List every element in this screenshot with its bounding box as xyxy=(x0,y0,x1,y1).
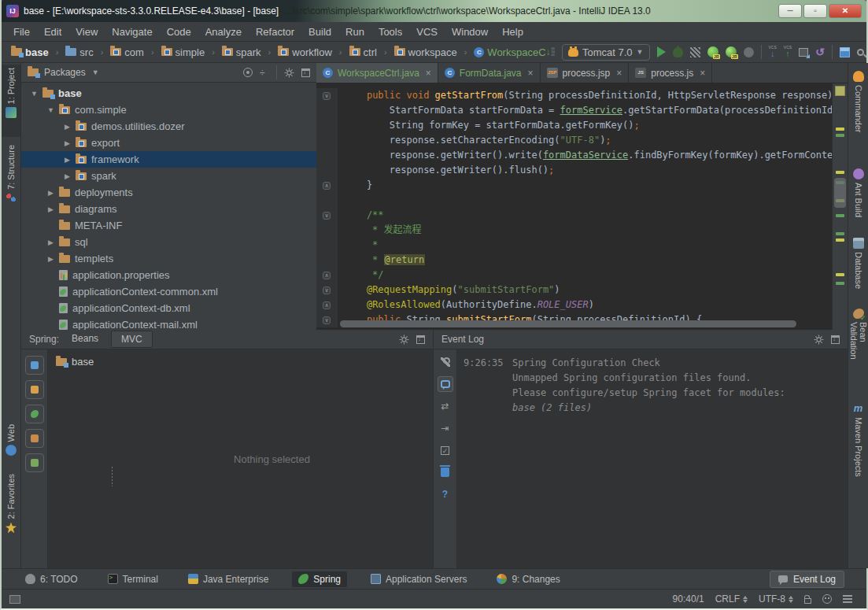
fold-gutter[interactable] xyxy=(316,148,338,163)
tree-chevron-collapsed-icon[interactable]: ▶ xyxy=(62,156,72,164)
tree-row-deployments[interactable]: ▶deployments xyxy=(21,184,316,201)
fold-gutter[interactable]: ∨ xyxy=(316,88,338,103)
fold-collapse-icon[interactable]: ∨ xyxy=(323,212,331,220)
tree-row-base[interactable]: ▼base xyxy=(21,85,316,102)
run-configuration-select[interactable]: Tomcat 7.0 ▼ xyxy=(562,44,650,61)
tree-row-applicationcontext-db-xml[interactable]: applicationContext-db.xml xyxy=(21,300,316,316)
menu-build[interactable]: Build xyxy=(301,24,338,39)
breadcrumb-item-workflow[interactable]: workflow xyxy=(278,46,332,58)
tree-row-spark[interactable]: ▶spark xyxy=(21,168,316,184)
event-log-content[interactable]: 9:26:35Spring Configuration CheckUnmappe… xyxy=(457,349,848,568)
warning-stripe-mark[interactable] xyxy=(836,171,844,174)
breadcrumb-item-spark[interactable]: spark xyxy=(222,46,261,58)
horizontal-scrollbar[interactable] xyxy=(340,320,796,327)
tree-chevron-expanded-icon[interactable]: ▼ xyxy=(46,106,56,114)
encoding-widget[interactable]: UTF-8 xyxy=(759,593,793,604)
fold-gutter[interactable] xyxy=(316,193,338,208)
line-separator-widget[interactable]: CRLF xyxy=(715,593,748,604)
info-stripe-mark[interactable] xyxy=(836,282,844,285)
stripe-button-mavenprojects[interactable]: mMaven Projects xyxy=(848,400,868,483)
tab-close-icon[interactable]: × xyxy=(528,68,534,79)
bottom-button-javaenterprise[interactable]: Java Enterprise xyxy=(182,571,275,587)
hide-panel-icon[interactable] xyxy=(416,335,425,344)
bottom-button-applicationservers[interactable]: Application Servers xyxy=(364,571,473,587)
tab-process-js[interactable]: JSprocess.js× xyxy=(629,63,712,83)
gear-icon[interactable] xyxy=(399,335,409,345)
tab-process-jsp[interactable]: JSPprocess.jsp× xyxy=(541,63,630,83)
fold-gutter[interactable]: ∧ xyxy=(316,298,338,312)
tree-chevron-collapsed-icon[interactable]: ▶ xyxy=(46,205,56,213)
stripe-button-antbuild[interactable]: Ant Build xyxy=(848,165,868,233)
stripe-button-structure[interactable]: 7: Structure xyxy=(2,142,20,214)
hide-panel-icon[interactable] xyxy=(831,335,840,344)
vertical-scrollbar-thumb[interactable] xyxy=(834,178,846,208)
info-stripe-mark[interactable] xyxy=(836,214,844,217)
menu-view[interactable]: View xyxy=(68,24,105,39)
breadcrumb-item-workspacec[interactable]: CWorkspaceC xyxy=(474,46,545,58)
code-area[interactable]: ∨ public void getStartFrom(String proces… xyxy=(316,83,832,330)
menu-code[interactable]: Code xyxy=(160,24,198,39)
bottom-button-todo[interactable]: 6: TODO xyxy=(19,571,84,587)
rollback-button[interactable]: ↺ xyxy=(815,47,825,57)
spring-profile-icon[interactable] xyxy=(25,405,44,423)
tree-row-templets[interactable]: ▶templets xyxy=(21,250,316,267)
fold-gutter[interactable] xyxy=(316,103,338,118)
search-everywhere-icon[interactable] xyxy=(857,49,864,56)
tree-row-framework[interactable]: ▶framework xyxy=(21,151,316,168)
stripe-button-project[interactable]: 1: Project xyxy=(2,65,20,137)
scroll-to-source-icon[interactable] xyxy=(243,68,253,77)
fold-gutter[interactable]: ∨ xyxy=(316,283,338,298)
tab-close-icon[interactable]: × xyxy=(700,68,705,79)
vcs-commit-button[interactable]: VCS↑ xyxy=(784,46,792,58)
tree-row-application-properties[interactable]: application.properties xyxy=(21,267,316,283)
spring-tab-mvc[interactable]: MVC xyxy=(111,331,153,348)
tree-row-meta-inf[interactable]: META-INF xyxy=(21,217,316,234)
breadcrumb-item-base[interactable]: base xyxy=(11,46,49,58)
tab-formdata-java[interactable]: CFormData.java× xyxy=(438,63,541,83)
tree-chevron-expanded-icon[interactable]: ▼ xyxy=(29,90,39,98)
breadcrumb-item-ctrl[interactable]: ctrl xyxy=(349,46,377,58)
tree-row-export[interactable]: ▶export xyxy=(21,135,316,151)
settings-icon[interactable] xyxy=(438,354,453,370)
minimize-button[interactable]: ─ xyxy=(778,4,802,18)
tree-chevron-collapsed-icon[interactable]: ▶ xyxy=(46,255,56,263)
stripe-button-beanvalidation[interactable]: Bean Validation xyxy=(848,305,868,381)
tab-workspacectrl-java[interactable]: CWorkspaceCtrl.java× xyxy=(316,63,438,83)
breadcrumb-item-simple[interactable]: simple xyxy=(161,46,205,58)
menu-edit[interactable]: Edit xyxy=(37,24,68,39)
spring-tab-beans[interactable]: Beans xyxy=(62,331,108,348)
fold-gutter[interactable] xyxy=(316,163,338,178)
fold-gutter[interactable] xyxy=(316,118,338,133)
close-button[interactable]: ✕ xyxy=(829,4,862,18)
maximize-button[interactable]: ▫ xyxy=(803,4,827,18)
stripe-button-web[interactable]: Web xyxy=(2,421,20,467)
scroll-to-end-icon[interactable]: ⇥ xyxy=(438,420,453,436)
documentation-icon[interactable] xyxy=(25,429,44,448)
tree-chevron-collapsed-icon[interactable]: ▶ xyxy=(46,189,56,197)
fold-gutter[interactable] xyxy=(316,133,338,148)
fold-collapse-icon[interactable]: ∨ xyxy=(323,316,331,324)
coverage-button[interactable] xyxy=(690,47,700,57)
beans-graph-icon[interactable] xyxy=(25,356,44,375)
menu-help[interactable]: Help xyxy=(495,24,530,39)
bottom-button-changes[interactable]: 9: Changes xyxy=(490,571,566,587)
fold-end-icon[interactable]: ∧ xyxy=(323,301,331,309)
bottom-button-eventlog[interactable]: Event Log xyxy=(770,571,844,588)
warning-stripe-mark[interactable] xyxy=(836,238,844,242)
tree-row-diagrams[interactable]: ▶diagrams xyxy=(21,201,316,217)
tree-chevron-collapsed-icon[interactable]: ▶ xyxy=(46,238,56,246)
tree-chevron-collapsed-icon[interactable]: ▶ xyxy=(62,172,72,180)
tab-close-icon[interactable]: × xyxy=(426,68,431,79)
menu-navigate[interactable]: Navigate xyxy=(105,24,159,39)
tree-row-applicationcontext-mail-xml[interactable]: applicationContext-mail.xml xyxy=(21,316,316,330)
fold-gutter[interactable]: ∧ xyxy=(316,268,338,283)
tree-row-applicationcontext-common-xml[interactable]: applicationContext-common.xml xyxy=(21,283,316,300)
project-tree[interactable]: ▼base▼com.simple▶demos.utilities.dozer▶e… xyxy=(21,83,316,330)
fold-gutter[interactable] xyxy=(316,238,338,253)
debug-button[interactable] xyxy=(673,47,683,57)
warning-stripe-mark[interactable] xyxy=(836,273,844,276)
menu-window[interactable]: Window xyxy=(445,24,495,39)
tree-row-demos-utilities-dozer[interactable]: ▶demos.utilities.dozer xyxy=(21,118,316,135)
jrebel-remote-icon[interactable] xyxy=(744,47,754,57)
jrebel-debug-button[interactable] xyxy=(726,46,737,57)
